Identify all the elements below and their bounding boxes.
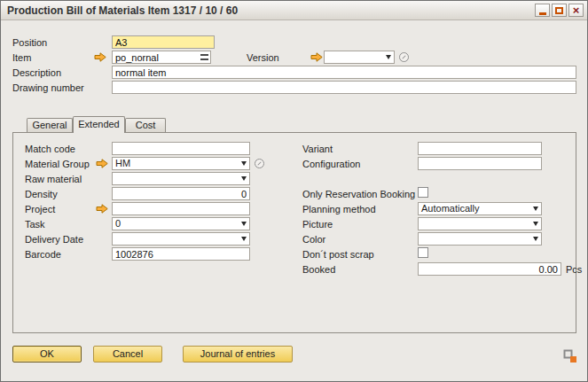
resize-grip-icon[interactable] — [563, 349, 577, 363]
only-reservation-booking-checkbox[interactable] — [418, 187, 428, 198]
configuration-input[interactable] — [418, 157, 542, 170]
journal-of-entries-button[interactable]: Journal of entries — [183, 346, 293, 363]
titlebar[interactable]: Production Bill of Materials Item 1317 /… — [1, 1, 587, 20]
barcode-input[interactable] — [112, 247, 250, 261]
planning-method-label: Planning method — [302, 204, 376, 214]
configuration-label: Configuration — [302, 159, 360, 169]
description-label: Description — [12, 67, 61, 78]
dont-post-scrap-checkbox[interactable] — [418, 247, 428, 258]
task-dropdown-value: 0 — [115, 218, 121, 229]
material-group-dropdown[interactable]: HM — [112, 157, 250, 170]
material-group-dropdown-value: HM — [115, 158, 130, 168]
cancel-button[interactable]: Cancel — [93, 346, 162, 363]
chevron-down-icon — [386, 55, 391, 59]
task-label: Task — [25, 219, 45, 230]
project-link-arrow-icon[interactable] — [96, 204, 108, 214]
window-title: Production Bill of Materials Item 1317 /… — [7, 4, 238, 17]
only-reservation-booking-label: Only Reservation Booking — [302, 189, 415, 199]
material-group-link-arrow-icon[interactable] — [96, 159, 108, 168]
project-input[interactable] — [112, 202, 250, 215]
planning-method-dropdown-value: Automatically — [421, 203, 479, 214]
position-label: Position — [12, 37, 47, 48]
minimize-icon — [539, 12, 546, 15]
minimize-button[interactable] — [535, 4, 550, 17]
window-controls: × — [535, 4, 584, 17]
chevron-down-icon — [533, 222, 538, 226]
picture-label: Picture — [302, 219, 333, 230]
raw-material-label: Raw material — [25, 174, 82, 184]
delivery-date-label: Delivery Date — [25, 234, 83, 245]
chevron-down-icon — [533, 237, 538, 241]
chevron-down-icon — [241, 222, 247, 226]
match-code-input[interactable] — [112, 142, 250, 155]
booked-label: Booked — [302, 264, 335, 275]
task-dropdown[interactable]: 0 — [112, 217, 250, 230]
variant-label: Variant — [302, 144, 333, 154]
barcode-label: Barcode — [25, 249, 61, 260]
material-group-edit-icon[interactable] — [255, 159, 264, 168]
version-edit-icon[interactable] — [399, 52, 409, 62]
choose-from-list-icon[interactable] — [200, 54, 208, 60]
tab-extended[interactable]: Extended — [73, 116, 125, 133]
delivery-date-dropdown[interactable] — [112, 232, 250, 246]
raw-material-dropdown[interactable] — [112, 172, 250, 185]
item-input[interactable] — [112, 51, 211, 64]
color-label: Color — [302, 234, 325, 245]
close-icon: × — [573, 4, 580, 16]
version-dropdown[interactable] — [324, 51, 395, 64]
version-link-arrow-icon[interactable] — [310, 52, 323, 62]
tab-general[interactable]: General — [27, 118, 73, 132]
position-input[interactable] — [112, 35, 215, 49]
chevron-down-icon — [533, 207, 538, 211]
material-group-label: Material Group — [25, 159, 90, 169]
item-link-arrow-icon[interactable] — [94, 52, 106, 62]
dont-post-scrap-label: Don´t post scrap — [302, 249, 374, 260]
match-code-label: Match code — [25, 144, 75, 154]
ok-button[interactable]: OK — [12, 346, 82, 363]
booked-input[interactable] — [418, 262, 561, 276]
density-label: Density — [25, 189, 58, 199]
planning-method-dropdown[interactable]: Automatically — [418, 202, 542, 215]
color-dropdown[interactable] — [418, 232, 542, 246]
item-label: Item — [12, 52, 31, 63]
tab-cost[interactable]: Cost — [125, 118, 166, 132]
maximize-icon — [555, 7, 563, 14]
chevron-down-icon — [241, 237, 247, 241]
production-bom-window: Production Bill of Materials Item 1317 /… — [0, 0, 588, 382]
density-input[interactable] — [112, 187, 250, 200]
version-label: Version — [247, 52, 279, 63]
drawing-number-label: Drawing number — [12, 82, 84, 93]
booked-unit-label: Pcs — [566, 264, 582, 275]
description-input[interactable] — [112, 66, 576, 79]
close-button[interactable]: × — [568, 4, 584, 17]
picture-dropdown[interactable] — [418, 217, 542, 230]
variant-input[interactable] — [418, 142, 542, 155]
drawing-number-input[interactable] — [112, 81, 576, 94]
chevron-down-icon — [241, 176, 247, 181]
maximize-button[interactable] — [552, 4, 567, 17]
project-label: Project — [25, 204, 55, 214]
chevron-down-icon — [241, 161, 247, 166]
